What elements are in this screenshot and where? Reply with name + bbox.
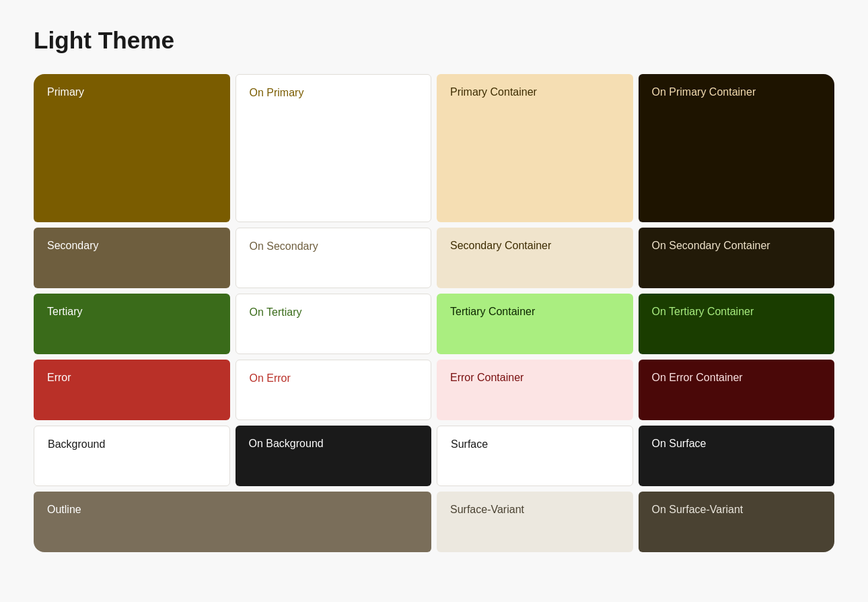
color-cell: Background — [34, 426, 230, 486]
color-cell-label: Secondary — [47, 240, 99, 252]
color-cell-label: On Primary — [250, 87, 304, 99]
color-cell: On Error — [236, 360, 432, 420]
color-cell: On Secondary — [236, 228, 432, 288]
color-cell: Surface — [437, 426, 633, 486]
color-cell-label: On Error — [250, 372, 291, 384]
color-cell: Tertiary Container — [437, 294, 633, 354]
color-cell: Primary — [34, 74, 230, 222]
color-cell-label: On Surface — [652, 438, 707, 450]
color-cell: Error — [34, 360, 230, 420]
color-cell: Surface-Variant — [437, 492, 633, 552]
color-cell: On Background — [236, 426, 432, 486]
color-cell: On Error Container — [639, 360, 835, 420]
color-cell-label: Primary — [47, 86, 84, 98]
color-cell-label: Tertiary Container — [450, 306, 535, 318]
color-cell-label: On Error Container — [652, 372, 743, 384]
color-cell-label: Surface — [451, 438, 488, 450]
color-cell: Secondary — [34, 228, 230, 288]
color-cell-label: On Secondary Container — [652, 240, 770, 252]
color-cell-label: On Tertiary Container — [652, 306, 754, 318]
color-cell: On Tertiary — [236, 294, 432, 354]
color-cell: On Primary — [236, 74, 432, 222]
color-cell-label: On Primary Container — [652, 86, 756, 98]
color-cell: Secondary Container — [437, 228, 633, 288]
color-cell: On Surface-Variant — [639, 492, 835, 552]
color-cell-label: Error Container — [450, 372, 523, 384]
color-cell-label: Outline — [47, 504, 81, 516]
color-cell-label: On Surface-Variant — [652, 504, 744, 516]
color-cell: Tertiary — [34, 294, 230, 354]
color-cell: On Primary Container — [639, 74, 835, 222]
color-cell-label: Surface-Variant — [450, 504, 524, 516]
color-cell: On Surface — [639, 426, 835, 486]
color-cell-label: On Secondary — [250, 240, 318, 253]
color-cell-label: On Background — [249, 438, 324, 450]
color-cell: Error Container — [437, 360, 633, 420]
color-cell-label: Background — [48, 438, 105, 450]
color-cell-label: On Tertiary — [250, 306, 302, 319]
color-cell: Primary Container — [437, 74, 633, 222]
page-title: Light Theme — [34, 27, 834, 54]
color-grid: PrimaryOn PrimaryPrimary ContainerOn Pri… — [34, 74, 834, 552]
color-cell-label: Tertiary — [47, 306, 82, 318]
color-cell: Outline — [34, 492, 431, 552]
color-cell: On Tertiary Container — [639, 294, 835, 354]
color-cell-label: Primary Container — [450, 86, 537, 98]
color-cell-label: Error — [47, 372, 71, 384]
color-cell: On Secondary Container — [639, 228, 835, 288]
color-cell-label: Secondary Container — [450, 240, 551, 252]
